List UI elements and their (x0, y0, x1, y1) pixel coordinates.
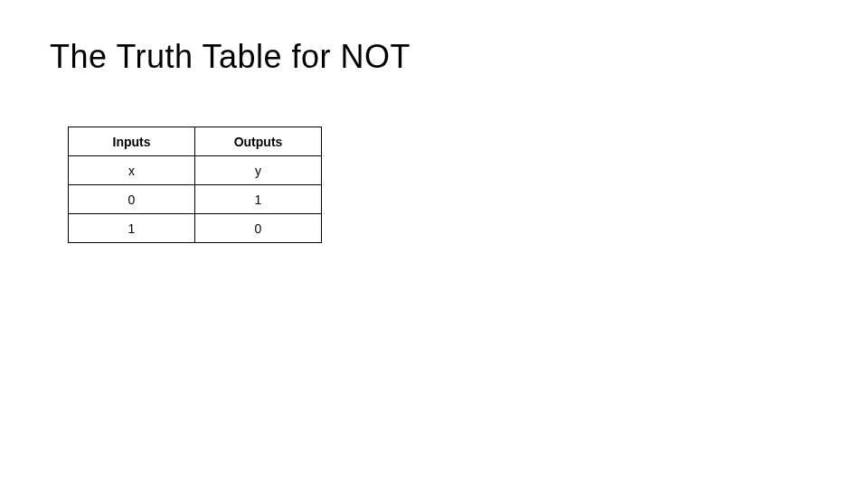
slide-title: The Truth Table for NOT (50, 38, 410, 76)
cell-y-0: 1 (195, 185, 322, 214)
subheader-x: x (69, 156, 195, 185)
cell-x-0: 0 (69, 185, 195, 214)
table-header-row: Inputs Outputs (69, 127, 322, 156)
table-row: 0 1 (69, 185, 322, 214)
cell-y-1: 0 (195, 214, 322, 243)
header-outputs: Outputs (195, 127, 322, 156)
table-subheader-row: x y (69, 156, 322, 185)
table-row: 1 0 (69, 214, 322, 243)
header-inputs: Inputs (69, 127, 195, 156)
cell-x-1: 1 (69, 214, 195, 243)
subheader-y: y (195, 156, 322, 185)
truth-table: Inputs Outputs x y 0 1 1 0 (68, 127, 322, 243)
